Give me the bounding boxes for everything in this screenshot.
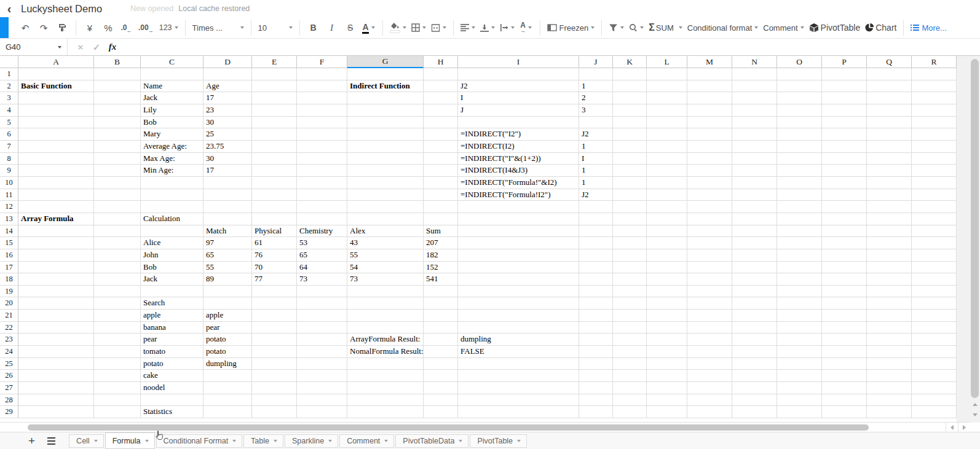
cell-F15[interactable]: 53 [297,237,347,249]
cell-D6[interactable]: 25 [204,128,252,141]
cell-A3[interactable] [18,92,94,104]
currency-format-button[interactable]: ¥ [81,20,99,36]
cell-L19[interactable] [647,286,687,298]
cell-P4[interactable] [822,104,867,117]
cell-J21[interactable] [579,310,613,322]
cell-H16[interactable]: 182 [424,249,458,262]
cell-M5[interactable] [687,117,732,129]
cell-M21[interactable] [687,310,732,322]
cell-N16[interactable] [732,249,777,262]
cell-I17[interactable] [458,262,579,274]
cell-D19[interactable] [204,286,252,298]
cell-E20[interactable] [252,297,297,310]
cell-K10[interactable] [613,177,647,189]
cell-P10[interactable] [822,177,867,189]
cell-F24[interactable] [297,346,347,358]
column-header-P[interactable]: P [822,56,867,68]
cell-H11[interactable] [424,189,458,201]
cell-A21[interactable] [18,310,94,322]
cell-H27[interactable] [424,382,458,394]
filter-button[interactable] [606,20,626,36]
row-header-6[interactable]: 6 [0,128,18,141]
cell-A24[interactable] [18,346,94,358]
cell-R6[interactable] [912,128,957,141]
cell-G22[interactable] [347,322,424,334]
cell-G24[interactable]: NomalFormula Result: [347,346,424,358]
column-header-H[interactable]: H [424,56,458,68]
cell-P26[interactable] [822,370,867,382]
cell-L22[interactable] [647,322,687,334]
row-header-27[interactable]: 27 [0,382,18,394]
cell-H4[interactable] [424,104,458,117]
cell-E13[interactable] [252,213,297,225]
cell-K28[interactable] [613,394,647,407]
cell-R17[interactable] [912,262,957,274]
cell-E22[interactable] [252,322,297,334]
row-header-8[interactable]: 8 [0,153,18,165]
cell-I7[interactable]: =INDIRECT(I2) [458,141,579,153]
font-color-button[interactable]: A [360,20,378,36]
cell-O19[interactable] [777,286,822,298]
cell-D20[interactable] [204,297,252,310]
cell-D12[interactable] [204,201,252,213]
cell-C27[interactable]: noodel [141,382,204,394]
font-family-dropdown[interactable]: Times ... [190,20,247,36]
cell-A25[interactable] [18,358,94,370]
cell-H21[interactable] [424,310,458,322]
cell-P3[interactable] [822,92,867,104]
cell-N22[interactable] [732,322,777,334]
more-button[interactable]: More... [908,20,949,36]
cell-D24[interactable]: potato [204,346,252,358]
cell-L13[interactable] [647,213,687,225]
cell-G26[interactable] [347,370,424,382]
cell-K27[interactable] [613,382,647,394]
cell-A5[interactable] [18,117,94,129]
cell-D3[interactable]: 17 [204,92,252,104]
borders-button[interactable] [409,20,429,36]
cell-E7[interactable] [252,141,297,153]
cell-H1[interactable] [424,68,458,80]
pivot-table-button[interactable]: PivotTable [807,20,863,36]
cell-R21[interactable] [912,310,957,322]
cell-G18[interactable]: 73 [347,273,424,286]
cell-R2[interactable] [912,80,957,93]
merge-cells-button[interactable] [429,20,449,36]
cell-Q1[interactable] [867,68,912,80]
cell-A1[interactable] [18,68,94,80]
cell-A9[interactable] [18,165,94,177]
cell-M19[interactable] [687,286,732,298]
cell-K23[interactable] [613,334,647,346]
row-header-28[interactable]: 28 [0,394,18,407]
cell-K4[interactable] [613,104,647,117]
cell-L7[interactable] [647,141,687,153]
cell-L4[interactable] [647,104,687,117]
cell-C7[interactable]: Average Age: [141,141,204,153]
cell-O24[interactable] [777,346,822,358]
cell-D27[interactable] [204,382,252,394]
cell-M10[interactable] [687,177,732,189]
column-header-I[interactable]: I [458,56,579,68]
cell-A17[interactable] [18,262,94,274]
cell-O15[interactable] [777,237,822,249]
cell-B21[interactable] [94,310,141,322]
cell-D10[interactable] [204,177,252,189]
cell-L9[interactable] [647,165,687,177]
cell-F8[interactable] [297,153,347,165]
cell-F14[interactable]: Chemistry [297,225,347,238]
undo-button[interactable]: ↶ [16,20,34,36]
cell-A14[interactable] [18,225,94,238]
cell-M26[interactable] [687,370,732,382]
cell-C4[interactable]: Lily [141,104,204,117]
cell-E16[interactable]: 76 [252,249,297,262]
chevron-down-icon[interactable] [459,440,462,442]
cell-C2[interactable]: Name [141,80,204,93]
cell-F13[interactable] [297,213,347,225]
cell-B24[interactable] [94,346,141,358]
cell-B8[interactable] [94,153,141,165]
cell-N20[interactable] [732,297,777,310]
cell-A22[interactable] [18,322,94,334]
cell-D22[interactable]: pear [204,322,252,334]
decrease-decimal-button[interactable]: .0← [117,20,136,36]
cell-M20[interactable] [687,297,732,310]
cell-F9[interactable] [297,165,347,177]
